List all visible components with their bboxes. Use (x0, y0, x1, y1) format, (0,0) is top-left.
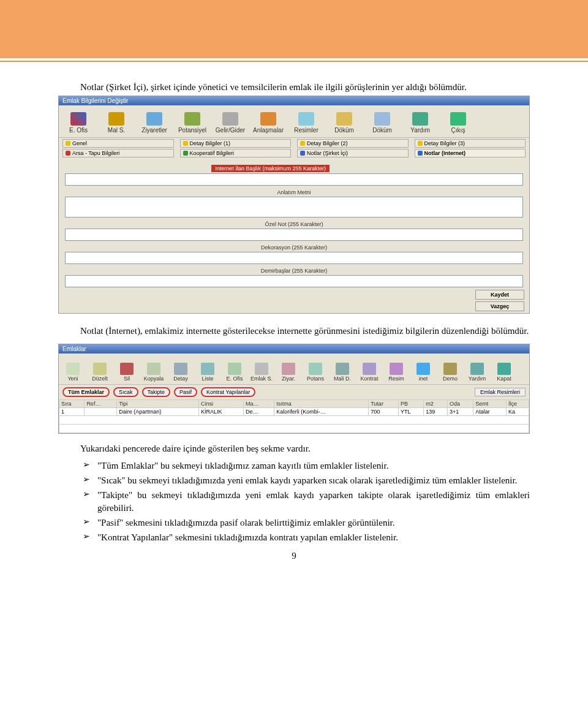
side-label-resimler: Emlak Resimleri (475, 388, 526, 396)
btn-sil[interactable]: Sil (113, 356, 140, 382)
btn-demo[interactable]: Demo (437, 356, 464, 382)
yardim-icon (412, 112, 428, 126)
page-header-band (0, 0, 588, 58)
duzelt-icon (93, 363, 107, 375)
bullet-icon (66, 141, 70, 146)
label-ozelnot: Özel Not (255 Karakter) (65, 221, 523, 227)
tab-notlar-internet[interactable]: Notlar (Internet) (415, 149, 526, 157)
bullet-icon (418, 141, 423, 146)
inet-icon (417, 363, 430, 375)
col-tutar[interactable]: Tutar (369, 399, 399, 407)
tab-notlar-sirket[interactable]: Notlar (Şirket İçi) (297, 149, 409, 157)
paragraph-2: Notlat (İnternet), emlakimiz internette … (58, 325, 530, 337)
ftab-pasif[interactable]: Pasif (174, 387, 197, 397)
btn-liste[interactable]: Liste (194, 356, 221, 382)
col-cinsi[interactable]: Cinsi (198, 399, 243, 407)
tab-detay3[interactable]: Detay Bilgiler (3) (415, 139, 526, 148)
btn-yardim2[interactable]: Yardım (464, 356, 491, 382)
col-tipi[interactable]: Tipi (117, 399, 199, 407)
input-ozelnot[interactable] (65, 229, 523, 241)
tab-detay2[interactable]: Detay Bilgiler (2) (297, 139, 409, 148)
btn-kapat[interactable]: Kapat (491, 356, 518, 382)
tbtn-mals[interactable]: Mal S. (98, 108, 135, 135)
ftab-tumemlak[interactable]: Tüm Emlaklar (62, 387, 110, 397)
col-m2[interactable]: m2 (424, 399, 448, 407)
filter-tabs-row: Tüm Emlaklar Sıcak Takipte Pasif Kontrat… (59, 385, 529, 399)
liste-icon (201, 363, 214, 375)
col-isitma[interactable]: Isıtma (274, 399, 369, 407)
btn-detay[interactable]: Detay (167, 356, 194, 382)
tab-kooperatif[interactable]: Kooperatif Bilgileri (180, 149, 292, 157)
input-dekorasyon[interactable] (65, 252, 523, 264)
bullet-icon (300, 151, 305, 156)
tab-arsa-tapu[interactable]: Arsa - Tapu Bilgileri (62, 149, 174, 157)
tbtn-potansiyel[interactable]: Potansiyel (174, 108, 211, 135)
grid-row-1[interactable]: 1 Daire (Apartman) KİRALIK De… Kalorifer… (59, 407, 529, 415)
label-anlatim: Anlatım Metni (65, 189, 523, 195)
ftab-kontrat[interactable]: Kontrat Yapılanlar (201, 387, 255, 397)
form-side-buttons: Kaydet Vazgeç (475, 290, 524, 313)
cancel-button[interactable]: Vazgeç (475, 301, 524, 311)
bullet-sicak: "Sıcak" bu sekmeyi tıkladığımızda yeni e… (83, 474, 530, 486)
tbtn-yardim[interactable]: Yardım (402, 108, 439, 135)
detay-icon (174, 363, 187, 375)
bullet-takipte: "Takipte" bu sekmeyi tıkladığımızda yeni… (83, 489, 530, 514)
tbtn-anlasmalar[interactable]: Anlaşmalar (250, 108, 287, 135)
tbtn-ziyaretler[interactable]: Ziyaretler (136, 108, 173, 135)
kopyala-icon (147, 363, 160, 375)
window-title: Emlak Bilgilerini Değiştir (59, 96, 529, 105)
btn-malid[interactable]: Mali D. (329, 356, 356, 382)
emlaks-icon (255, 363, 268, 375)
anlasmalar-icon (260, 112, 276, 126)
input-anlatim[interactable] (65, 197, 523, 217)
data-grid: Sıra Ref… Tipi Cinsi Ma… Isıtma Tutar PB… (59, 399, 529, 433)
tabs-row-2: Arsa - Tapu Bilgileri Kooperatif Bilgile… (59, 148, 529, 157)
col-sira[interactable]: Sıra (59, 399, 85, 407)
col-ma[interactable]: Ma… (244, 399, 274, 407)
malid-icon (336, 363, 349, 375)
col-oda[interactable]: Oda (448, 399, 473, 407)
ftab-takipte[interactable]: Takipte (142, 387, 171, 397)
col-ilce[interactable]: İlçe (506, 399, 529, 407)
btn-kontrat[interactable]: Kontrat (356, 356, 383, 382)
bullet-pasif: "Pasif" sekmesini tıkladığımızda pasif o… (83, 516, 530, 529)
tbtn-cikis[interactable]: Çıkış (440, 108, 477, 135)
btn-yeni[interactable]: Yeni (59, 356, 86, 382)
btn-duzelt[interactable]: Düzelt (86, 356, 113, 382)
page-number: 9 (58, 551, 530, 561)
page-content: Notlar (Şirket İçi), şirket içinde yönet… (0, 62, 588, 573)
tbtn-dokum2[interactable]: Döküm (364, 108, 401, 135)
btn-potans[interactable]: Potans (302, 356, 329, 382)
mals-icon (108, 112, 124, 126)
dokum-icon (336, 112, 352, 126)
kapat-icon (497, 363, 511, 375)
bullet-icon (183, 151, 188, 156)
btn-resim[interactable]: Resim (383, 356, 410, 382)
input-demirbaslar[interactable] (65, 275, 523, 287)
bullet-icon (183, 141, 188, 146)
btn-inet[interactable]: inet (410, 356, 437, 382)
tbtn-resimler[interactable]: Resimler (288, 108, 325, 135)
tbtn-gelirgider[interactable]: Gelir/Gider (212, 108, 249, 135)
btn-emlaks[interactable]: Emlak S. (248, 356, 275, 382)
tab-genel[interactable]: Genel (62, 139, 174, 148)
col-semt[interactable]: Semt (473, 399, 507, 407)
form-panel: Internet İlan Başlık (maksimum 255 Karak… (59, 157, 529, 312)
btn-kopyala[interactable]: Kopyala (140, 356, 167, 382)
btn-ziyar[interactable]: Ziyar. (275, 356, 302, 382)
input-internet-baslik[interactable] (65, 173, 523, 186)
app2-toolbar: Yeni Düzelt Sil Kopyala Detay Liste E. O… (59, 354, 529, 385)
tab-detay1[interactable]: Detay Bilgiler (1) (180, 139, 292, 148)
btn-eofis2[interactable]: E. Ofis (221, 356, 248, 382)
tbtn-dokum1[interactable]: Döküm (326, 108, 363, 135)
screenshot-emlaklar: Emlaklar Yeni Düzelt Sil Kopyala Detay L… (58, 344, 530, 434)
col-ref[interactable]: Ref… (85, 399, 117, 407)
yeni-icon (66, 363, 80, 375)
demo-icon (443, 363, 457, 375)
tbtn-eofis[interactable]: E. Ofis (60, 108, 97, 135)
ftab-sicak[interactable]: Sıcak (113, 387, 138, 397)
col-pb[interactable]: PB (398, 399, 423, 407)
bullet-icon (66, 151, 70, 156)
save-button[interactable]: Kaydet (475, 290, 524, 300)
app1-toolbar: E. Ofis Mal S. Ziyaretler Potansiyel Gel… (59, 105, 529, 138)
